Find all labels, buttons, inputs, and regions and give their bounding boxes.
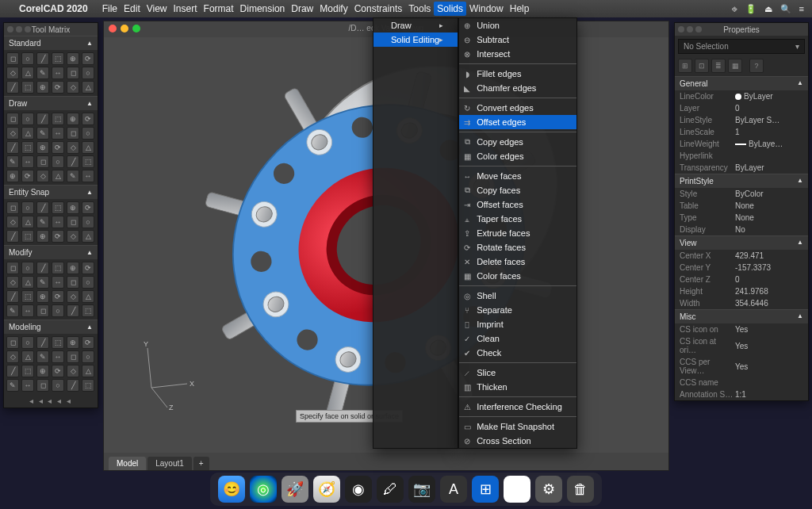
tool-icon[interactable]: ○ [21, 262, 34, 274]
menu-item-clean[interactable]: ✓Clean [459, 331, 576, 346]
tool-icon[interactable]: ◻ [36, 379, 49, 392]
menu-item-offset-faces[interactable]: ⇥Offset faces [459, 197, 576, 212]
tool-icon[interactable]: △ [82, 81, 94, 94]
tool-icon[interactable]: ⬚ [52, 113, 64, 125]
menu-item-fillet-edges[interactable]: ◗Fillet edges [459, 67, 576, 81]
tool-icon[interactable]: ↔ [52, 67, 64, 79]
tool-icon[interactable]: ◻ [67, 216, 79, 228]
tool-icon[interactable]: ○ [21, 113, 34, 125]
menu-item-draw[interactable]: Draw▸ [373, 18, 458, 33]
tool-icon[interactable]: ○ [82, 127, 94, 140]
prop-btn[interactable]: ⊞ [678, 59, 692, 73]
section-modify[interactable]: Modify▲ [4, 245, 98, 259]
menu-item-rotate-faces[interactable]: ⟳Rotate faces [459, 240, 576, 254]
tool-icon[interactable]: ↔ [52, 350, 64, 363]
tool-icon[interactable]: ⊕ [67, 336, 79, 349]
tool-icon[interactable]: ✎ [6, 379, 19, 392]
tool-icon[interactable]: △ [21, 67, 34, 79]
tool-icon[interactable]: ○ [21, 336, 34, 349]
prop-row[interactable]: TableNone [675, 200, 808, 212]
tool-icon[interactable]: ⊕ [67, 52, 79, 65]
tool-icon[interactable]: ⊕ [36, 365, 49, 377]
menu-item-taper-faces[interactable]: ⟁Taper faces [459, 212, 576, 226]
tool-icon[interactable]: ○ [82, 350, 94, 363]
prop-btn[interactable]: ≣ [711, 59, 726, 73]
dock-siri[interactable]: ◎ [250, 476, 277, 503]
tool-icon[interactable]: ◻ [6, 201, 19, 214]
tool-icon[interactable]: ╱ [36, 201, 49, 214]
prop-row[interactable]: CS icon onYes [675, 323, 808, 335]
menu-window[interactable]: Window [466, 2, 507, 16]
tool-icon[interactable]: △ [82, 230, 94, 243]
menu-item-copy-edges[interactable]: ⧉Copy edges [459, 135, 576, 149]
menu-item-separate[interactable]: ⑂Separate [459, 303, 576, 317]
dock-trash[interactable]: 🗑 [567, 476, 594, 503]
prop-row[interactable]: LineScale1 [675, 126, 808, 138]
tool-icon[interactable]: ◇ [6, 127, 19, 140]
tool-icon[interactable]: ✎ [6, 155, 19, 168]
tool-icon[interactable]: ⟳ [82, 336, 94, 349]
tool-icon[interactable]: ↔ [21, 304, 34, 317]
prop-group-general[interactable]: General▲ [675, 76, 808, 90]
tool-icon[interactable]: ◇ [6, 216, 19, 228]
prop-row[interactable]: LineStyleByLayer S… [675, 114, 808, 126]
tool-icon[interactable]: ╱ [67, 379, 79, 392]
menu-item-union[interactable]: ⊕Union [459, 18, 576, 33]
tool-icon[interactable]: ✎ [36, 216, 49, 228]
menu-item-delete-faces[interactable]: ✕Delete faces [459, 254, 576, 269]
tool-icon[interactable]: ↔ [21, 155, 34, 168]
section-modeling[interactable]: Modeling▲ [4, 320, 98, 334]
menu-format[interactable]: Format [201, 2, 237, 16]
tab-model[interactable]: Model [109, 457, 146, 470]
tool-icon[interactable]: ◻ [36, 155, 49, 168]
tool-icon[interactable]: △ [82, 365, 94, 377]
dock-set[interactable]: ⚙ [535, 476, 562, 503]
prop-row[interactable]: StyleByColor [675, 188, 808, 200]
tab-layout1[interactable]: Layout1 [147, 457, 192, 470]
tool-icon[interactable]: ⟳ [52, 230, 64, 243]
status-icon[interactable]: ⎆ [732, 4, 737, 13]
prop-group-misc[interactable]: Misc▲ [675, 309, 808, 323]
section-standard[interactable]: Standard▲ [4, 36, 98, 50]
prop-row[interactable]: Layer0 [675, 102, 808, 114]
tool-icon[interactable]: ╱ [36, 262, 49, 274]
tool-icon[interactable]: ◇ [67, 230, 79, 243]
tool-icon[interactable]: ◇ [67, 365, 79, 377]
tool-icon[interactable]: ⬚ [82, 379, 94, 392]
menu-item-interference-checking[interactable]: ⚠Interference Checking [459, 400, 576, 414]
tool-icon[interactable]: ✎ [67, 170, 79, 182]
tool-icon[interactable]: ◻ [67, 127, 79, 140]
tool-icon[interactable]: ◻ [67, 350, 79, 363]
prop-group-view[interactable]: View▲ [675, 235, 808, 250]
tool-icon[interactable]: ✎ [36, 127, 49, 140]
tool-icon[interactable]: ⟳ [82, 201, 94, 214]
tool-icon[interactable]: ⬚ [21, 230, 34, 243]
prop-row[interactable]: Center Z0 [675, 274, 808, 285]
tool-icon[interactable]: ○ [21, 52, 34, 65]
menu-modify[interactable]: Modify [316, 2, 350, 16]
prop-row[interactable]: Annotation S…1:1 [675, 388, 808, 400]
tool-icon[interactable]: ⬚ [52, 52, 64, 65]
prop-row[interactable]: Hyperlink [675, 150, 808, 162]
menu-file[interactable]: File [99, 2, 121, 16]
menu-solids[interactable]: Solids [434, 2, 466, 16]
tool-icon[interactable]: ↔ [52, 216, 64, 228]
tool-icon[interactable]: ↔ [52, 276, 64, 289]
tool-icon[interactable]: ◇ [67, 81, 79, 94]
prop-btn[interactable]: ▦ [728, 59, 742, 73]
tool-icon[interactable]: ⬚ [52, 201, 64, 214]
tool-icon[interactable]: ◇ [67, 141, 79, 154]
dock-cad[interactable]: ◉ [345, 476, 372, 503]
menu-item-solid-editing[interactable]: Solid Editing▸ [373, 33, 458, 47]
menu-item-convert-edges[interactable]: ↻Convert edges [459, 101, 576, 115]
tool-icon[interactable]: ⊕ [36, 141, 49, 154]
tool-icon[interactable]: ╱ [6, 141, 19, 154]
dock-safari[interactable]: 🧭 [313, 476, 340, 503]
app-name[interactable]: CorelCAD 2020 [19, 3, 88, 14]
tool-icon[interactable]: ⟳ [52, 290, 64, 303]
help-icon[interactable]: ? [749, 59, 764, 73]
menu-item-move-faces[interactable]: ↔Move faces [459, 169, 576, 183]
tool-icon[interactable]: ◇ [6, 67, 19, 79]
tool-icon[interactable]: △ [21, 350, 34, 363]
tool-icon[interactable]: ◻ [6, 52, 19, 65]
